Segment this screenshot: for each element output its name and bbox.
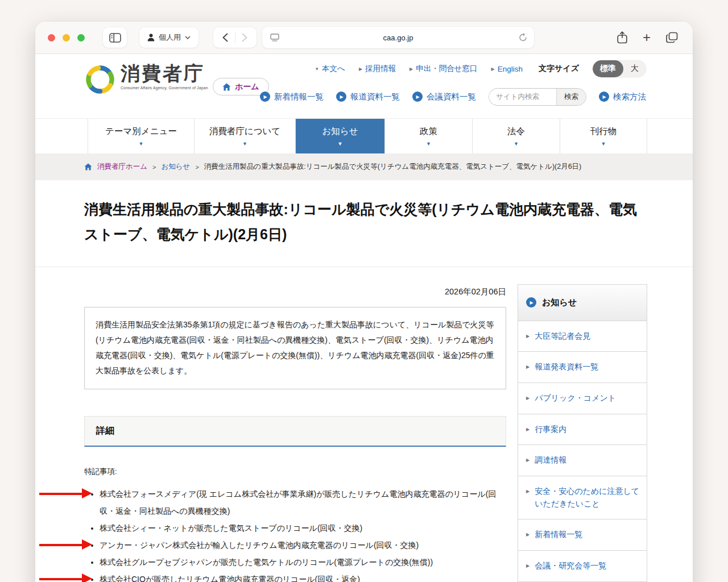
detail-section-heading: 詳細 [84, 416, 506, 447]
triangle-down-icon: ▼ [601, 141, 606, 147]
link-meeting-materials-list[interactable]: 会議資料一覧 [412, 92, 476, 102]
list-item: アンカー・ジャパン株式会社が輸入したリチウム電池内蔵充電器のリコール(回収・交換… [100, 537, 506, 554]
quick-link-label: 検索方法 [613, 92, 646, 102]
nav-theme-menu[interactable]: テーマ別メニュー ▼ [88, 119, 194, 153]
nav-label: 刊行物 [590, 126, 617, 138]
sidebar-header: お知らせ [518, 285, 647, 321]
article-content: 2026年02月06日 消費生活用製品安全法第35条第1項の規定に基づき報告のあ… [35, 267, 693, 582]
nav-publications[interactable]: 刊行物 ▼ [560, 119, 647, 153]
triangle-right-icon [526, 395, 530, 405]
agency-logo[interactable]: 消費者庁 Consumer Affairs Agency, Government… [84, 63, 208, 96]
article-main-column: 2026年02月06日 消費生活用製品安全法第35条第1項の規定に基づき報告のあ… [84, 267, 506, 582]
sidebar-item-label: 安全・安心のために注意していただきたいこと [535, 485, 640, 510]
sidebar-item-minister-press[interactable]: 大臣等記者会見 [518, 321, 647, 352]
font-size-standard[interactable]: 標準 [593, 60, 623, 77]
home-icon [222, 83, 231, 91]
link-recruit-info[interactable]: 採用情報 [359, 64, 396, 74]
list-item: 株式会社グループセブジャパンが販売した電気ケトルのリコール(電源プレートの交換(… [100, 554, 506, 571]
share-icon[interactable] [617, 31, 627, 44]
nav-laws[interactable]: 法令 ▼ [472, 119, 560, 153]
link-contact-window[interactable]: 申出・問合せ窓口 [410, 64, 477, 74]
utility-links: 本文へ 採用情報 申出・問合せ窓口 English 文字サイズ 標準 大 [315, 60, 646, 78]
nav-news[interactable]: お知らせ ▼ [295, 119, 384, 153]
site-search-input[interactable] [489, 93, 556, 101]
link-english[interactable]: English [491, 65, 523, 73]
nav-label: お知らせ [322, 126, 358, 138]
font-size-large[interactable]: 大 [623, 60, 646, 77]
triangle-right-icon [526, 333, 530, 343]
sidebar-item-label: 会議・研究会等一覧 [535, 560, 606, 572]
sidebar-item-safety-notices[interactable]: 安全・安心のために注意していただきたいこと [518, 476, 647, 519]
play-circle-icon [526, 297, 536, 307]
nav-policy[interactable]: 政策 ▼ [384, 119, 472, 153]
sidebar-item-new-info-list[interactable]: 新着情報一覧 [518, 519, 647, 551]
link-to-main-content[interactable]: 本文へ [315, 64, 345, 74]
logo-text: 消費者庁 Consumer Affairs Agency, Government… [121, 63, 208, 90]
sidebar-header-label: お知らせ [542, 297, 577, 308]
quick-link-label: 会議資料一覧 [427, 92, 476, 102]
nav-label: 政策 [420, 126, 437, 138]
history-nav [213, 27, 257, 48]
sidebar-item-events[interactable]: 行事案内 [518, 414, 647, 446]
home-icon [84, 163, 92, 171]
toolbar-right: + [617, 31, 678, 44]
triangle-right-icon [526, 457, 530, 467]
triangle-down-icon: ▼ [514, 141, 519, 147]
play-circle-icon [599, 92, 609, 102]
profile-label: 個人用 [159, 32, 181, 43]
special-notes-label: 特記事項: [84, 467, 506, 477]
breadcrumb-home-link[interactable]: 消費者庁ホーム [97, 162, 147, 172]
triangle-down-icon [315, 66, 319, 72]
list-item: 株式会社フォースメディア(現 エレコム株式会社が事業承継)が販売したリチウム電池… [100, 485, 506, 519]
sidebar-item-procurement[interactable]: 調達情報 [518, 445, 647, 476]
red-arrow-annotation [39, 578, 82, 580]
play-circle-icon [412, 92, 423, 102]
summary-box: 消費生活用製品安全法第35条第1項の規定に基づき報告のあった重大製品事故について… [84, 307, 506, 389]
list-item: 株式会社シィー・ネットが販売した電気ストーブのリコール(回収・交換) [100, 519, 506, 537]
triangle-right-icon [526, 488, 530, 510]
new-tab-icon[interactable]: + [643, 31, 651, 44]
nav-about-agency[interactable]: 消費者庁について ▼ [194, 119, 295, 153]
link-search-help[interactable]: 検索方法 [599, 92, 646, 102]
font-size-toggle: 標準 大 [593, 60, 646, 77]
close-window-button[interactable] [48, 34, 55, 41]
breadcrumb-section-link[interactable]: お知らせ [162, 162, 191, 172]
play-circle-icon [260, 92, 270, 102]
article-title-block: 消費生活用製品の重大製品事故:リコール製品で火災等(リチウム電池内蔵充電器、電気… [35, 180, 693, 267]
sidebar-item-label: パブリック・コメント [535, 392, 616, 405]
sidebar-item-label: 行事案内 [535, 423, 566, 436]
reload-icon[interactable] [519, 33, 527, 42]
chevron-separator: > [152, 164, 156, 171]
list-item-text: アンカー・ジャパン株式会社が輸入したリチウム電池内蔵充電器のリコール(回収・交換… [100, 541, 419, 550]
back-icon[interactable] [222, 33, 228, 42]
zoom-window-button[interactable] [77, 34, 85, 41]
tab-overview-icon[interactable] [666, 32, 678, 43]
sidebar-item-public-comment[interactable]: パブリック・コメント [518, 383, 647, 414]
breadcrumb-current-page: 消費生活用製品の重大製品事故:リコール製品で火災等(リチウム電池内蔵充電器、電気… [204, 162, 581, 172]
sidebar-item-label: 大臣等記者会見 [535, 330, 590, 343]
news-sidebar: お知らせ 大臣等記者会見 報道発表資料一覧 パブリック・コメント 行事案内 調達… [518, 284, 647, 582]
site-search: 検索 [489, 88, 586, 106]
chevron-down-icon [185, 36, 191, 39]
link-new-info-list[interactable]: 新着情報一覧 [260, 92, 324, 102]
triangle-right-icon [526, 563, 530, 572]
search-button[interactable]: 検索 [556, 89, 586, 105]
list-item-text: 株式会社CIOが販売したリチウム電池内蔵充電器のリコール(回収・返金) [100, 575, 360, 582]
red-arrow-annotation [39, 493, 82, 495]
forward-icon[interactable] [242, 33, 247, 42]
address-bar[interactable]: caa.go.jp [262, 27, 534, 48]
chevron-separator: > [195, 164, 198, 171]
profile-menu[interactable]: 個人用 [139, 27, 198, 48]
pinwheel-logo-icon [84, 63, 116, 96]
home-button-label: ホーム [235, 82, 259, 92]
sidebar-icon [109, 33, 121, 43]
link-press-materials-list[interactable]: 報道資料一覧 [336, 92, 400, 102]
font-size-label: 文字サイズ [539, 64, 579, 74]
recall-item-list: 株式会社フォースメディア(現 エレコム株式会社が事業承継)が販売したリチウム電池… [84, 485, 506, 582]
sidebar-item-meetings-list[interactable]: 会議・研究会等一覧 [518, 551, 647, 582]
main-navigation: テーマ別メニュー ▼ 消費者庁について ▼ お知らせ ▼ 政策 ▼ 法令 ▼ 刊… [35, 118, 693, 153]
minimize-window-button[interactable] [63, 34, 70, 41]
sidebar-item-press-releases[interactable]: 報道発表資料一覧 [518, 352, 647, 383]
url-text: caa.go.jp [262, 34, 534, 42]
sidebar-toggle-button[interactable] [103, 27, 127, 48]
